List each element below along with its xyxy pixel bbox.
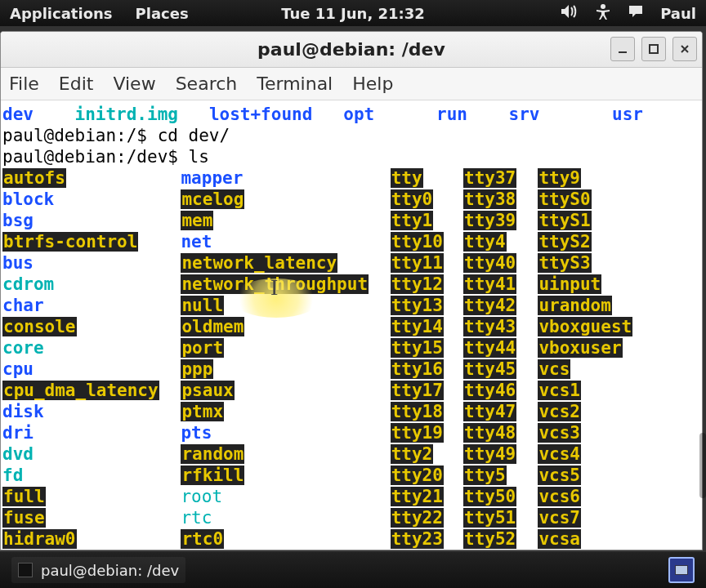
applications-menu[interactable]: Applications: [10, 5, 113, 22]
places-menu[interactable]: Places: [136, 5, 189, 22]
menubar: File Edit View Search Terminal Help: [1, 68, 702, 100]
ls-entry: tty14: [391, 317, 444, 336]
menu-file[interactable]: File: [9, 74, 39, 94]
ls-entry: vcs3: [538, 423, 581, 443]
ls-entry: vcs7: [538, 508, 581, 528]
ls-entry: net: [181, 232, 212, 252]
taskbar-entry-label: paul@debian: /dev: [41, 562, 179, 579]
ls-entry: tty19: [391, 423, 444, 443]
ls-entry: tty46: [463, 381, 516, 400]
ls-entry: tty37: [463, 168, 516, 188]
ls-output-row: coreporttty15tty44vboxuser: [2, 337, 700, 359]
ls-output-row: driptstty19tty48vcs3: [2, 422, 700, 443]
ls-output-row: consoleoldmemtty14tty43vboxguest: [2, 316, 700, 337]
ls-entry: ttyS1: [538, 211, 591, 230]
gnome-bottom-panel: paul@debian: /dev: [0, 552, 706, 588]
ls-root-output-row: dev initrd.img lost+found opt run srv us…: [2, 104, 700, 125]
ls-entry: cpu_dma_latency: [2, 381, 159, 400]
ls-entry: hidraw0: [2, 529, 77, 549]
ls-entry: tty1: [391, 211, 434, 230]
menu-help[interactable]: Help: [352, 74, 393, 94]
ls-entry: tty11: [391, 253, 444, 273]
gnome-top-panel: Applications Places Tue 11 Jun, 21:32 Pa…: [0, 0, 706, 26]
ls-entry: rfkill: [181, 466, 244, 485]
window-title: paul@debian: /dev: [257, 39, 445, 60]
ls-entry: mapper: [181, 168, 243, 188]
ls-entry: oldmem: [181, 317, 244, 336]
ls-entry: rtc0: [181, 529, 224, 549]
menu-view[interactable]: View: [113, 74, 155, 94]
menu-terminal[interactable]: Terminal: [257, 74, 333, 94]
ls-output-row: autofsmapperttytty37tty9: [2, 167, 700, 189]
ls-entry: tty49: [463, 444, 516, 464]
ls-entry: tty48: [463, 423, 516, 443]
ls-entry: tty52: [463, 529, 516, 549]
ls-entry: tty21: [391, 487, 444, 506]
ls-entry: cpu: [2, 359, 34, 379]
ls-entry: fd: [2, 466, 23, 485]
ls-entry: urandom: [538, 296, 612, 315]
ls-entry: console: [2, 317, 77, 336]
ls-output-row: cpu_dma_latencypsauxtty17tty46vcs1: [2, 380, 700, 401]
menu-edit[interactable]: Edit: [59, 74, 94, 94]
window-minimize-button[interactable]: [610, 37, 635, 61]
ls-entry: dri: [2, 423, 34, 443]
ls-output-row: fusertctty22tty51vcs7: [2, 507, 700, 528]
ls-entry: tty: [391, 168, 423, 188]
ls-entry: autofs: [2, 168, 66, 188]
ls-entry: tty40: [463, 253, 516, 273]
ls-entry: tty42: [463, 296, 516, 315]
ls-entry: ttyS3: [538, 253, 591, 273]
ls-entry: bus: [2, 253, 34, 273]
ls-entry: btrfs-control: [2, 232, 138, 252]
ls-entry: tty10: [391, 232, 444, 252]
ls-entry: tty13: [391, 296, 444, 315]
scrollbar[interactable]: [699, 433, 706, 498]
ls-output-row: btrfs-controlnettty10tty4ttyS2: [2, 231, 700, 252]
user-menu[interactable]: Paul: [660, 5, 696, 22]
ls-entry: bsg: [2, 211, 34, 230]
ls-entry: vcs5: [538, 466, 581, 485]
ls-entry: vcs4: [538, 444, 581, 464]
chat-icon[interactable]: [628, 4, 644, 22]
ls-output-row: charnulltty13tty42urandom: [2, 295, 700, 316]
ls-entry: tty51: [463, 508, 516, 528]
ls-entry: dvd: [2, 444, 34, 464]
prompt-cd: paul@debian:/$ cd dev/: [2, 125, 700, 146]
ls-entry: psaux: [181, 381, 234, 400]
ls-entry: root: [181, 487, 222, 506]
ls-output-row: cpuppptty16tty45vcs: [2, 359, 700, 380]
clock[interactable]: Tue 11 Jun, 21:32: [281, 5, 425, 22]
ls-entry: tty20: [391, 466, 444, 485]
show-desktop-button[interactable]: [668, 557, 695, 583]
ls-output-row: diskptmxtty18tty47vcs2: [2, 401, 700, 422]
ls-output-row: fdrfkilltty20tty5vcs5: [2, 465, 700, 486]
ls-entry: tty4: [463, 232, 507, 252]
svg-rect-2: [650, 45, 658, 53]
show-desktop-icon: [675, 565, 688, 575]
ls-entry: vcs1: [538, 381, 581, 400]
ls-output-row: fullroottty21tty50vcs6: [2, 486, 700, 507]
accessibility-icon[interactable]: [595, 3, 611, 23]
window-maximize-button[interactable]: [641, 37, 666, 61]
ls-entry: vboxguest: [538, 317, 632, 336]
ls-entry: tty9: [538, 168, 581, 188]
ls-entry: tty2: [391, 444, 434, 464]
ls-entry: tty43: [463, 317, 516, 336]
window-close-button[interactable]: [672, 37, 697, 61]
ls-entry: null: [181, 296, 224, 315]
ls-entry: tty15: [391, 338, 444, 358]
ls-entry: tty17: [391, 381, 444, 400]
terminal-content[interactable]: dev initrd.img lost+found opt run srv us…: [1, 100, 702, 550]
volume-icon[interactable]: [561, 3, 579, 23]
window-titlebar[interactable]: paul@debian: /dev: [1, 32, 702, 68]
ls-entry: vboxuser: [538, 338, 622, 358]
ls-entry: ttyS0: [538, 189, 591, 209]
menu-search[interactable]: Search: [176, 74, 238, 94]
desktop: Applications Places Tue 11 Jun, 21:32 Pa…: [0, 0, 706, 588]
ls-entry: vcs: [538, 359, 570, 379]
taskbar-entry-terminal[interactable]: paul@debian: /dev: [11, 557, 185, 583]
ls-entry: tty0: [391, 189, 434, 209]
ls-output-row: blockmcelogtty0tty38ttyS0: [2, 189, 700, 210]
ls-entry: tty12: [391, 274, 444, 294]
